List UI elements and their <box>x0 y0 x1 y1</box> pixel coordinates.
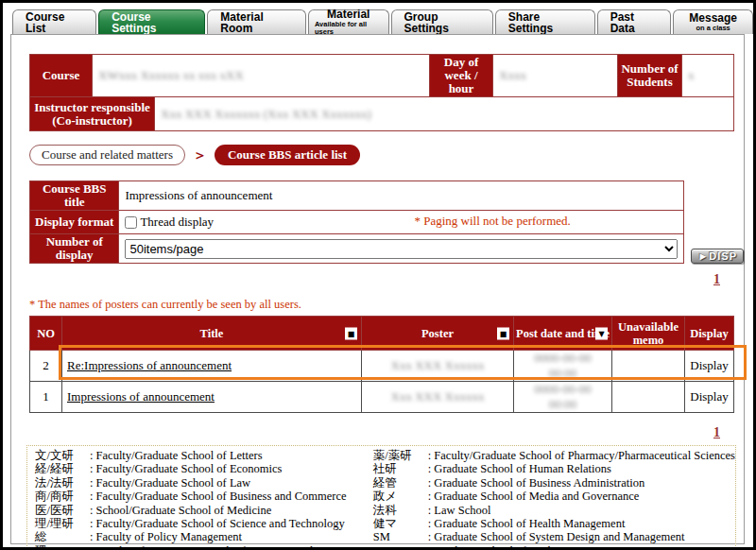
legend-item: 社研: Graduate School of Human Relations <box>373 462 735 475</box>
legend-item: 経管: Graduate School of Business Administ… <box>373 476 735 490</box>
legend-item: 政メ: Graduate School of Media and Governa… <box>373 490 735 503</box>
breadcrumb-current: Course BBS article list <box>215 145 360 165</box>
instructor-value-redacted: Xxx XXX Xxxxxxx (Xxx XXX Xxxxxxx) <box>161 107 371 121</box>
poster-redacted: Xxx XXX Xxxxxx <box>391 389 485 404</box>
legend-item: 理/理研: Faculty/Graduate School of Science… <box>35 517 373 530</box>
page-link-1-top[interactable]: 1 <box>713 272 733 286</box>
paging-note: * Paging will not be performed. <box>414 214 570 229</box>
table-row: 1 Impressions of announcement Xxx XXX Xx… <box>30 382 734 413</box>
students-value-redacted: x <box>688 68 695 82</box>
col-title: Title ■ <box>62 317 362 351</box>
legend-item: 文/文研: Faculty/Graduate School of Letters <box>35 449 373 462</box>
instructor-value: Xxx XXX Xxxxxxx (Xxx XXX Xxxxxxx) <box>155 97 734 131</box>
display-link[interactable]: Display <box>685 382 734 413</box>
display-format-label: Display format <box>30 211 119 234</box>
number-of-display-label: Number of display <box>30 234 119 264</box>
day-value-redacted: Xxxx <box>499 68 526 82</box>
post-date-redacted: 0000-00-00 00:00 <box>534 351 592 380</box>
tab-message[interactable]: Message on a class <box>673 9 753 34</box>
display-link[interactable]: Display <box>685 351 734 382</box>
poster-redacted: Xxx XXX Xxxxxx <box>391 358 485 372</box>
pagination-bottom: 1 <box>29 425 733 440</box>
thread-display-checkbox[interactable] <box>125 216 137 229</box>
chevron-right-icon: ＞ <box>193 146 207 164</box>
day-of-week-label: Day of week / hour <box>430 55 493 97</box>
article-table-wrap: NO Title ■ Poster ■ Post date and time <box>29 316 747 413</box>
legend-item: 法/法研: Faculty/Graduate School of Law <box>35 476 373 490</box>
tab-share-settings[interactable]: Share Settings <box>495 9 595 34</box>
row-no: 2 <box>30 351 62 382</box>
poster-sort-icon[interactable]: ■ <box>497 327 509 339</box>
play-icon: ► <box>697 250 709 262</box>
col-display: Display <box>685 317 734 351</box>
title-sort-icon[interactable]: ■ <box>345 327 357 339</box>
course-info-table: Course XWxxx Xxxxxx xx xxx xXX Day of we… <box>29 54 734 97</box>
bbs-title-label: Course BBS title <box>30 181 119 211</box>
bbs-title-value: Impressions of announcement <box>119 181 684 211</box>
instructor-table: Instructor responsible (Co-instructor) X… <box>29 96 734 131</box>
tab-material-room[interactable]: Material Room <box>207 9 306 34</box>
faculty-legend: 文/文研: Faculty/Graduate School of Letters… <box>26 445 736 550</box>
legend-item: 環: Faculty of Environment and Informatio… <box>35 544 373 550</box>
article-title-link[interactable]: Impressions of announcement <box>67 389 215 404</box>
breadcrumb-parent-button[interactable]: Course and related matters <box>29 145 185 165</box>
legend-item: 薬/薬研: Faculty/Graduate School of Pharmac… <box>373 449 735 462</box>
legend-item: SM: Graduate School of System Design and… <box>373 530 735 543</box>
items-per-page-select[interactable]: 50items/page <box>125 239 678 259</box>
instructor-label: Instructor responsible (Co-instructor) <box>30 97 155 131</box>
tab-bar: Course List Course Settings Material Roo… <box>12 9 753 34</box>
col-post-date: Post date and time ▼ <box>514 317 612 351</box>
legend-item: 法科: Law School <box>373 504 735 517</box>
legend-left-column: 文/文研: Faculty/Graduate School of Letters… <box>35 449 373 550</box>
course-label: Course <box>30 55 93 97</box>
students-value: x <box>682 55 734 97</box>
legend-item: 総: Faculty of Policy Management <box>35 530 373 543</box>
legend-right-column: 薬/薬研: Faculty/Graduate School of Pharmac… <box>373 449 735 550</box>
legend-item: 経/経研: Faculty/Graduate School of Economi… <box>35 462 373 475</box>
app-window: Course List Course Settings Material Roo… <box>0 0 756 550</box>
course-value-redacted: XWxxx Xxxxxx xx xxx xXX <box>98 68 244 82</box>
tab-group-settings[interactable]: Group Settings <box>391 9 493 34</box>
students-label: Number of Students <box>618 55 682 97</box>
thread-display-label: Thread display <box>140 215 214 230</box>
disp-button[interactable]: ►DISP <box>691 249 744 264</box>
bbs-settings-table: Course BBS title Impressions of announce… <box>29 180 684 264</box>
main-panel: Course XWxxx Xxxxxx xx xxx xXX Day of we… <box>10 34 745 544</box>
table-row: 2 Re:Impressions of announcement Xxx XXX… <box>30 351 734 382</box>
course-value: XWxxx Xxxxxx xx xxx xXX <box>93 55 430 97</box>
legend-item: 健マ: Graduate School of Health Management <box>373 517 735 530</box>
tab-past-data[interactable]: Past Data <box>597 9 672 34</box>
col-memo: Unavailable memo <box>612 317 685 351</box>
page-link-1-bottom[interactable]: 1 <box>713 425 733 439</box>
pagination-top: 1 <box>29 272 733 287</box>
legend-item: 商/商研: Faculty/Graduate School of Busines… <box>35 490 373 503</box>
breadcrumb: Course and related matters ＞ Course BBS … <box>29 145 744 165</box>
tab-material[interactable]: Material Available for all users <box>308 9 389 34</box>
memo-cell <box>612 382 685 413</box>
posters-visibility-note: * The names of posters can currently be … <box>29 298 744 312</box>
col-poster: Poster ■ <box>362 317 514 351</box>
post-date-sort-desc-icon[interactable]: ▼ <box>595 327 608 339</box>
legend-item: MD: Graduate School of Media Design <box>373 544 735 550</box>
tab-course-settings[interactable]: Course Settings <box>98 9 205 34</box>
post-date-redacted: 0000-00-00 00:00 <box>534 382 592 411</box>
legend-item: 医/医研: School/Graduate School of Medicine <box>35 504 373 517</box>
col-no: NO <box>30 317 62 351</box>
row-no: 1 <box>30 382 62 413</box>
article-title-link[interactable]: Re:Impressions of announcement <box>67 358 232 372</box>
day-of-week-value: Xxxx <box>493 55 618 97</box>
memo-cell <box>612 351 685 382</box>
bbs-settings-form: Course BBS title Impressions of announce… <box>29 180 744 264</box>
article-table: NO Title ■ Poster ■ Post date and time <box>29 316 734 413</box>
tab-course-list[interactable]: Course List <box>12 9 96 34</box>
